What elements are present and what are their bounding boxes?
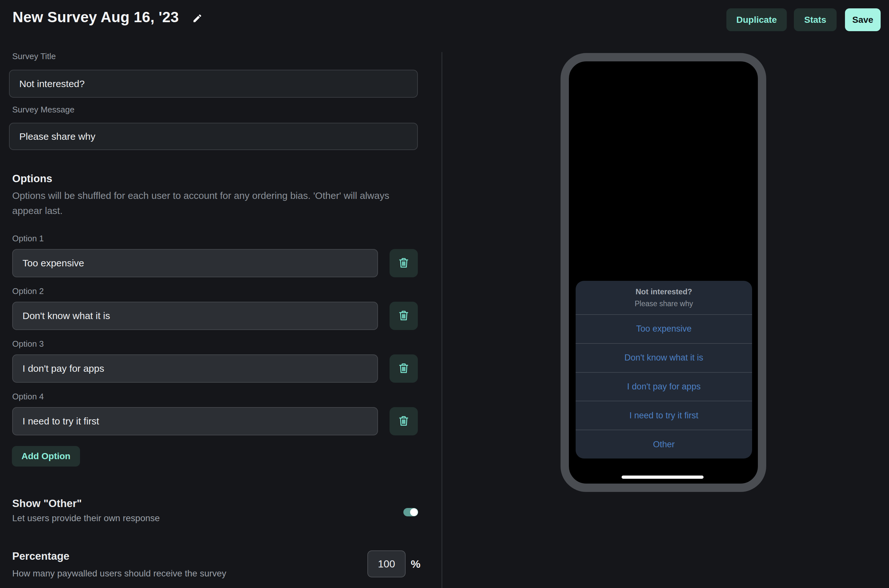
percent-sign: %	[411, 558, 420, 570]
survey-title-label: Survey Title	[12, 51, 56, 62]
dialog-option-other[interactable]: Other	[576, 430, 752, 459]
survey-message-label: Survey Message	[12, 105, 75, 115]
option-3-label: Option 3	[12, 339, 44, 349]
trash-icon	[397, 414, 410, 428]
delete-option-2-button[interactable]	[389, 302, 418, 330]
dialog-option-dont-pay[interactable]: I don't pay for apps	[576, 372, 752, 401]
add-option-button[interactable]: Add Option	[12, 446, 80, 466]
page-title: New Survey Aug 16, '23	[12, 8, 179, 26]
trash-icon	[397, 309, 410, 323]
panel-divider	[441, 52, 442, 588]
survey-dialog-header: Not interested? Please share why	[576, 281, 752, 314]
dialog-title: Not interested?	[576, 287, 752, 296]
option-3-input[interactable]	[12, 354, 378, 382]
home-indicator	[622, 476, 704, 479]
delete-option-3-button[interactable]	[389, 354, 418, 382]
option-1-input[interactable]	[12, 249, 378, 277]
dialog-option-try-first[interactable]: I need to try it first	[576, 400, 752, 430]
option-2-label: Option 2	[12, 286, 44, 296]
option-2-input[interactable]	[12, 302, 378, 330]
option-4-label: Option 4	[12, 392, 44, 402]
percentage-input[interactable]	[367, 550, 405, 578]
pencil-icon	[192, 20, 203, 24]
trash-icon	[397, 362, 410, 376]
dialog-message: Please share why	[576, 300, 752, 308]
percentage-heading: Percentage	[12, 550, 69, 562]
option-4-input[interactable]	[12, 407, 378, 435]
delete-option-4-button[interactable]	[389, 407, 418, 435]
option-1-label: Option 1	[12, 234, 44, 243]
dialog-option-too-expensive[interactable]: Too expensive	[576, 314, 752, 343]
survey-dialog: Not interested? Please share why Too exp…	[576, 281, 752, 459]
edit-title-button[interactable]	[190, 12, 204, 26]
toggle-knob	[410, 508, 418, 516]
phone-preview: Not interested? Please share why Too exp…	[560, 53, 766, 492]
options-description: Options will be shuffled for each user t…	[12, 188, 420, 218]
survey-message-input[interactable]	[9, 123, 418, 150]
duplicate-button[interactable]: Duplicate	[726, 8, 787, 31]
save-button[interactable]: Save	[845, 8, 881, 31]
show-other-toggle[interactable]	[403, 508, 418, 516]
trash-icon	[397, 256, 410, 270]
delete-option-1-button[interactable]	[389, 249, 418, 277]
dialog-option-dont-know[interactable]: Don't know what it is	[576, 343, 752, 372]
show-other-description: Let users provide their own response	[12, 513, 160, 524]
stats-button[interactable]: Stats	[794, 8, 836, 31]
survey-title-input[interactable]	[9, 70, 418, 98]
options-heading: Options	[12, 172, 53, 185]
percentage-description: How many paywalled users should receive …	[12, 568, 226, 579]
show-other-heading: Show "Other"	[12, 497, 82, 510]
